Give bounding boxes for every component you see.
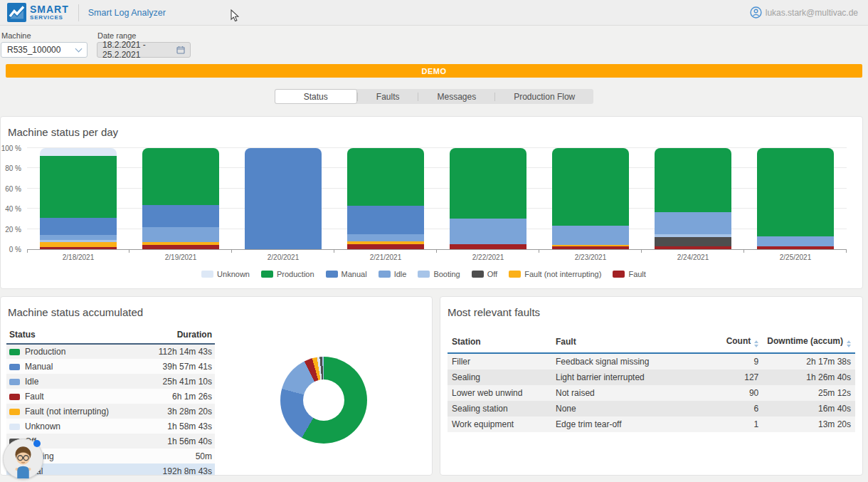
fault-segment — [450, 244, 526, 249]
tab-status[interactable]: Status — [275, 89, 357, 104]
legend-item[interactable]: Fault (not interrupting) — [509, 270, 601, 278]
idle-segment — [347, 234, 424, 241]
stacked-bar — [450, 148, 526, 249]
sort-icon[interactable] — [754, 340, 758, 347]
legend-item[interactable]: Unknown — [201, 270, 250, 278]
machine-label: Machine — [1, 31, 88, 40]
table-row: Idle25h 41m 10s — [6, 374, 215, 389]
production-segment — [757, 148, 834, 236]
x-tick-label: 2/25/2021 — [744, 250, 847, 261]
tab-faults[interactable]: Faults — [358, 89, 418, 104]
duration-cell: 1h 56m 40s — [140, 434, 215, 449]
duration-cell: 3h 28m 20s — [140, 404, 215, 419]
most-relevant-faults-panel: Most relevant faults Station Fault Count… — [440, 296, 863, 476]
duration-cell: 112h 14m 43s — [140, 344, 215, 359]
status-cell: Idle — [6, 374, 140, 389]
legend-item[interactable]: Fault — [613, 270, 645, 278]
y-tick-label: 0 % — [9, 246, 21, 253]
calendar-icon[interactable] — [176, 46, 185, 54]
x-tick-label: 2/18/2021 — [27, 250, 129, 261]
count-cell: 9 — [710, 353, 763, 370]
user-icon — [750, 6, 762, 19]
duration-cell: 39h 57m 41s — [140, 359, 215, 374]
fault_ni-segment — [40, 242, 117, 247]
legend-item[interactable]: Idle — [379, 270, 407, 278]
legend-label: Manual — [342, 270, 367, 278]
assistant-avatar[interactable] — [3, 439, 43, 479]
fault-cell: None — [551, 401, 710, 416]
logo-text: SMART SERVICES — [30, 4, 69, 21]
notification-dot — [33, 440, 41, 447]
logo-line2: SERVICES — [30, 15, 69, 21]
production-segment — [40, 156, 117, 218]
fault_ni-swatch — [9, 409, 20, 415]
fault-segment — [142, 245, 219, 249]
bar-slot — [27, 148, 129, 249]
bar-slots — [27, 148, 847, 249]
user-email: lukas.stark@multivac.de — [766, 8, 858, 18]
legend-item[interactable]: Production — [261, 270, 314, 278]
station-cell: Work equipment — [448, 416, 551, 432]
downtime-cell: 2h 17m 38s — [763, 353, 855, 370]
legend-item[interactable]: Off — [472, 270, 497, 278]
tab-bar: StatusFaultsMessagesProduction Flow — [275, 89, 593, 104]
idle-swatch — [9, 379, 20, 385]
production-segment — [142, 148, 219, 205]
booting-swatch — [418, 271, 430, 278]
manual-swatch — [9, 364, 20, 370]
tab-messages[interactable]: Messages — [418, 89, 494, 104]
duration-cell: 50m — [140, 449, 215, 463]
legend-label: Unknown — [217, 270, 250, 278]
manual-segment — [347, 206, 424, 234]
station-cell: Filler — [448, 353, 551, 370]
date-range-input[interactable]: 18.2.2021 - 25.2.2021 — [97, 42, 191, 58]
station-cell: Lower web unwind — [448, 385, 551, 401]
machine-select[interactable]: R535_100000 — [1, 42, 88, 58]
bar-slot — [232, 148, 334, 249]
column-header-downtime[interactable]: Downtime (accum) — [763, 332, 855, 353]
status-label: Idle — [25, 377, 38, 387]
fault-segment — [757, 246, 834, 249]
status-accumulated-panel: Machine status accumulated Status Durati… — [0, 296, 433, 476]
filter-bar: Machine R535_100000 Date range 18.2.2021… — [0, 26, 868, 64]
table-row: SealingLight barrier interrupted1271h 26… — [448, 370, 855, 385]
production-segment — [655, 148, 731, 211]
logo-chart-icon — [7, 3, 26, 22]
user-menu[interactable]: lukas.stark@multivac.de — [750, 6, 858, 19]
manual-segment — [142, 205, 219, 227]
count-cell: 90 — [710, 385, 763, 401]
brand-logo: SMART SERVICES — [7, 3, 69, 22]
table-row: Work equipmentEdge trim tear-off113m 20s — [448, 416, 855, 432]
fault-cell: Not raised — [551, 385, 710, 401]
stacked-bar-chart: 100 %80 %60 %40 %20 %0 % 2/18/20212/19/2… — [1, 148, 862, 278]
column-header-status: Status — [6, 328, 140, 344]
idle-segment — [450, 219, 526, 244]
downtime-cell: 16m 40s — [763, 401, 855, 416]
legend-label: Idle — [394, 270, 407, 278]
column-header-count[interactable]: Count — [710, 332, 763, 353]
stacked-bar — [40, 148, 117, 249]
tab-production-flow[interactable]: Production Flow — [495, 89, 593, 104]
legend-item[interactable]: Manual — [326, 270, 367, 278]
app-header: SMART SERVICES Smart Log Analyzer lukas.… — [0, 0, 868, 26]
status-per-day-title: Machine status per day — [1, 117, 862, 148]
date-range-label: Date range — [97, 31, 191, 40]
bar-slot — [642, 148, 744, 249]
table-row: Fault (not interrupting)3h 28m 20s — [6, 404, 215, 419]
sort-icon[interactable] — [847, 340, 851, 347]
chart-legend: UnknownProductionManualIdleBootingOffFau… — [1, 270, 847, 278]
count-cell: 6 — [710, 401, 763, 416]
y-tick-label: 100 % — [1, 145, 21, 152]
y-tick-label: 60 % — [5, 184, 21, 192]
legend-item[interactable]: Booting — [418, 270, 460, 278]
date-range-value: 18.2.2021 - 25.2.2021 — [102, 40, 171, 60]
downtime-cell: 1h 26m 40s — [763, 370, 855, 385]
fault-segment — [40, 247, 117, 249]
bar-slot — [539, 148, 642, 249]
duration-cell: 6h 1m 26s — [140, 389, 215, 404]
x-tick-label: 2/19/2021 — [129, 250, 232, 261]
fault-swatch — [9, 394, 20, 400]
status-label: Fault (not interrupting) — [25, 407, 109, 416]
column-header-station: Station — [448, 332, 551, 353]
table-row: Production112h 14m 43s — [6, 344, 215, 359]
